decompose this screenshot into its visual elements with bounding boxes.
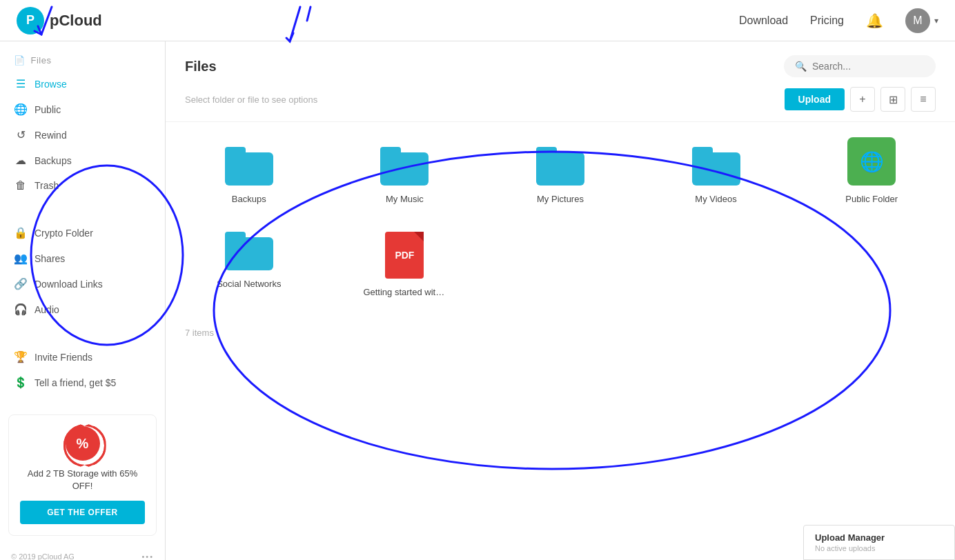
- file-name: My Pictures: [537, 194, 584, 204]
- public-icon: 🌐: [14, 103, 28, 116]
- audio-icon: 🎧: [14, 303, 28, 316]
- folder-icon: [225, 232, 273, 270]
- dollar-icon: 💲: [14, 376, 28, 389]
- toolbar: Select folder or file to see options Upl…: [166, 77, 955, 122]
- content-header: Files 🔍: [166, 41, 955, 77]
- list-item[interactable]: My Music: [327, 133, 483, 218]
- sort-button[interactable]: ≡: [911, 87, 936, 112]
- sidebar-footer: © 2019 pCloud AG •••: [0, 547, 165, 560]
- upload-manager-title: Upload Manager: [815, 532, 943, 543]
- sidebar: 📄 Files ☰ Browse 🌐 Public ↺ Rewind ☁ Bac…: [0, 41, 166, 560]
- sidebar-item-audio[interactable]: 🎧 Audio: [0, 297, 165, 322]
- globe-icon: 🌐: [860, 150, 884, 173]
- backups-icon: ☁: [14, 154, 28, 167]
- upload-button[interactable]: Upload: [785, 88, 845, 110]
- sidebar-item-shares[interactable]: 👥 Shares: [0, 246, 165, 271]
- nav-download-link[interactable]: Download: [739, 14, 788, 27]
- logo[interactable]: P pCloud: [17, 7, 102, 34]
- sidebar-item-invite[interactable]: 🏆 Invite Friends: [0, 344, 165, 370]
- sidebar-item-browse[interactable]: ☰ Browse: [0, 71, 165, 97]
- grid-icon: ⊞: [889, 93, 898, 106]
- pdf-text: PDF: [395, 250, 414, 261]
- sidebar-extra-section: 🔒 Crypto Folder 👥 Shares 🔗 Download Link…: [0, 212, 165, 330]
- page-title: Files: [185, 59, 217, 74]
- folder-icon: [225, 147, 273, 186]
- file-grid: Backups My Music My Pictures: [166, 122, 955, 322]
- promo-badge: %: [66, 426, 100, 461]
- sidebar-item-rewind[interactable]: ↺ Rewind: [0, 122, 165, 148]
- folder-icon: [380, 147, 429, 186]
- list-item[interactable]: My Videos: [638, 133, 794, 218]
- upload-manager-status: No active uploads: [815, 544, 943, 552]
- top-navigation: P pCloud Download Pricing 🔔 M ▾: [0, 0, 955, 41]
- sidebar-files-section: 📄 Files ☰ Browse 🌐 Public ↺ Rewind ☁ Bac…: [0, 41, 165, 206]
- sidebar-item-referral[interactable]: 💲 Tell a friend, get $5: [0, 370, 165, 395]
- file-name: My Music: [386, 194, 424, 204]
- search-box[interactable]: 🔍: [784, 55, 936, 77]
- file-name: My Videos: [695, 194, 736, 204]
- browse-icon: ☰: [14, 77, 28, 90]
- list-item[interactable]: PDF Getting started with p…: [327, 218, 483, 311]
- crypto-icon: 🔒: [14, 226, 28, 239]
- sort-icon: ≡: [920, 93, 926, 106]
- toolbar-actions: Upload + ⊞ ≡: [785, 87, 936, 112]
- copyright-text: © 2019 pCloud AG: [11, 552, 75, 560]
- promo-text: Add 2 TB Storage with 65% OFF!: [20, 468, 145, 492]
- sidebar-files-header: 📄 Files: [0, 50, 165, 71]
- search-input[interactable]: [812, 61, 925, 72]
- items-count: 7 items: [166, 322, 955, 349]
- file-name: Social Networks: [217, 279, 281, 289]
- sidebar-item-download-links[interactable]: 🔗 Download Links: [0, 271, 165, 297]
- sidebar-item-backups[interactable]: ☁ Backups: [0, 148, 165, 173]
- logo-icon: P: [17, 7, 44, 34]
- folder-icon: [536, 147, 584, 186]
- shares-icon: 👥: [14, 252, 28, 265]
- sidebar-item-crypto[interactable]: 🔒 Crypto Folder: [0, 220, 165, 246]
- list-item[interactable]: 🌐 Public Folder: [794, 133, 949, 218]
- main-layout: 📄 Files ☰ Browse 🌐 Public ↺ Rewind ☁ Bac…: [0, 41, 955, 560]
- toolbar-hint: Select folder or file to see options: [185, 94, 317, 105]
- logo-text: pCloud: [50, 12, 102, 30]
- public-folder-icon: 🌐: [847, 147, 896, 186]
- file-icon: 📄: [14, 55, 26, 66]
- file-name: Backups: [232, 194, 266, 204]
- folder-icon: [692, 147, 740, 186]
- search-icon: 🔍: [795, 61, 807, 72]
- trash-icon: 🗑: [14, 179, 28, 192]
- upload-manager: Upload Manager No active uploads: [803, 525, 955, 560]
- user-avatar-wrapper[interactable]: M ▾: [905, 8, 938, 33]
- rewind-icon: ↺: [14, 128, 28, 141]
- add-icon: +: [859, 93, 865, 106]
- file-name: Getting started with p…: [363, 287, 446, 297]
- footer-more-button[interactable]: •••: [141, 552, 154, 560]
- download-links-icon: 🔗: [14, 277, 28, 290]
- grid-view-button[interactable]: ⊞: [880, 87, 905, 112]
- main-content: Files 🔍 Select folder or file to see opt…: [166, 41, 955, 560]
- list-item[interactable]: Social Networks: [171, 218, 327, 311]
- nav-right: Download Pricing 🔔 M ▾: [739, 8, 938, 33]
- promo-banner: % Add 2 TB Storage with 65% OFF! GET THE…: [8, 414, 157, 536]
- trophy-icon: 🏆: [14, 350, 28, 363]
- list-item[interactable]: My Pictures: [482, 133, 638, 218]
- get-offer-button[interactable]: GET THE OFFER: [20, 501, 145, 524]
- notification-bell-icon[interactable]: 🔔: [866, 12, 883, 29]
- pdf-icon: PDF: [385, 232, 424, 279]
- nav-pricing-link[interactable]: Pricing: [810, 14, 844, 27]
- sidebar-item-trash[interactable]: 🗑 Trash: [0, 173, 165, 198]
- add-folder-button[interactable]: +: [850, 87, 875, 112]
- sidebar-misc-section: 🏆 Invite Friends 💲 Tell a friend, get $5: [0, 336, 165, 403]
- file-name: Public Folder: [845, 194, 898, 204]
- chevron-down-icon: ▾: [934, 16, 938, 26]
- avatar: M: [905, 8, 930, 33]
- list-item[interactable]: Backups: [171, 133, 327, 218]
- sidebar-item-public[interactable]: 🌐 Public: [0, 97, 165, 122]
